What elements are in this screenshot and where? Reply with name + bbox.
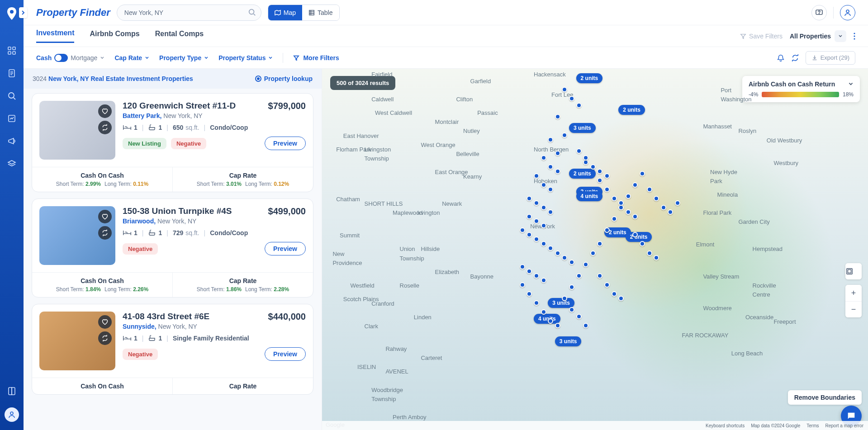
map-marker[interactable]	[555, 169, 560, 174]
map-marker[interactable]	[612, 216, 617, 222]
map-unit-pill[interactable]: 2 units	[576, 73, 603, 83]
map-marker[interactable]	[534, 273, 539, 279]
chart-icon[interactable]	[6, 113, 17, 124]
map-marker[interactable]	[541, 182, 546, 188]
zoom-in-button[interactable]: +	[845, 285, 862, 301]
map-legend[interactable]: Airbnb Cash on Cash Return -4%18%	[742, 76, 860, 102]
map-marker[interactable]	[604, 282, 610, 288]
map-marker[interactable]	[604, 187, 610, 192]
search-icon[interactable]	[6, 90, 17, 101]
tab-rental-comps[interactable]: Rental Comps	[155, 30, 204, 43]
map-marker[interactable]	[569, 260, 574, 265]
map-marker[interactable]	[576, 314, 582, 319]
map-layers-button[interactable]	[845, 263, 862, 279]
map-marker[interactable]	[612, 196, 617, 201]
map-marker[interactable]	[654, 255, 659, 260]
map-marker[interactable]	[618, 296, 624, 301]
bell-icon[interactable]	[777, 54, 785, 62]
map-marker[interactable]	[541, 309, 546, 315]
map-marker[interactable]	[555, 323, 560, 328]
map-unit-pill[interactable]: 4 units	[534, 314, 560, 324]
export-button[interactable]: Export (29)	[806, 51, 855, 65]
map-marker[interactable]	[541, 155, 546, 161]
preview-button[interactable]: Preview	[265, 137, 306, 150]
toggle-icon[interactable]	[54, 54, 68, 62]
report-error-link[interactable]: Report a map error	[825, 423, 863, 428]
save-filters-button[interactable]: Save Filters	[740, 33, 783, 40]
map-marker[interactable]	[569, 284, 574, 290]
map-marker[interactable]	[562, 132, 567, 138]
map-marker[interactable]	[541, 223, 546, 228]
layers-icon[interactable]	[6, 158, 17, 169]
zoom-out-button[interactable]: −	[845, 301, 862, 317]
favorite-button[interactable]	[98, 210, 112, 223]
map-marker[interactable]	[612, 291, 617, 297]
map-unit-pill[interactable]: 3 units	[548, 298, 574, 308]
map-marker[interactable]	[661, 205, 666, 210]
all-properties-dropdown[interactable]: All Properties	[790, 30, 846, 42]
tab-investment[interactable]: Investment	[36, 29, 74, 43]
map-view-button[interactable]: Map	[268, 5, 302, 20]
map-marker[interactable]	[597, 273, 602, 279]
favorite-button[interactable]	[98, 315, 112, 329]
terms-link[interactable]: Terms	[806, 423, 819, 428]
more-menu-button[interactable]	[854, 33, 855, 40]
map-unit-pill[interactable]: 2 units	[618, 105, 645, 115]
map-marker[interactable]	[555, 151, 560, 156]
property-card[interactable]: 120 Greenwich Street #11-D $799,000 Batt…	[32, 93, 313, 192]
map-unit-pill[interactable]: 3 units	[555, 336, 582, 346]
sync-icon[interactable]	[791, 54, 799, 62]
map-unit-pill[interactable]: 2 units	[626, 232, 652, 242]
property-thumbnail[interactable]	[39, 206, 115, 265]
property-lookup-button[interactable]: Property lookup	[255, 75, 313, 82]
property-thumbnail[interactable]	[39, 101, 115, 160]
map-unit-pill[interactable]: 2 units	[569, 169, 596, 179]
map-marker[interactable]	[520, 282, 525, 288]
more-filters-button[interactable]: More Filters	[293, 54, 339, 61]
tab-airbnb-comps[interactable]: Airbnb Comps	[90, 30, 139, 43]
search-icon[interactable]	[248, 8, 256, 16]
map-marker[interactable]	[675, 200, 680, 206]
preview-button[interactable]: Preview	[265, 242, 306, 255]
table-view-button[interactable]: Table	[302, 5, 339, 20]
megaphone-icon[interactable]	[6, 136, 17, 146]
map-marker[interactable]	[541, 205, 546, 210]
map-marker[interactable]	[576, 103, 582, 108]
book-icon[interactable]	[6, 386, 17, 397]
account-button[interactable]	[840, 5, 855, 20]
map-marker[interactable]	[534, 200, 539, 206]
map-unit-pill[interactable]: 3 units	[569, 123, 596, 133]
map-marker[interactable]	[590, 164, 596, 170]
grid-icon[interactable]	[6, 45, 17, 56]
map-marker[interactable]	[604, 173, 610, 179]
map-marker[interactable]	[576, 273, 582, 279]
user-avatar-button[interactable]	[5, 407, 19, 422]
cash-mortgage-toggle[interactable]: Cash Mortgage	[36, 54, 104, 62]
keyboard-shortcuts-link[interactable]: Keyboard shortcuts	[706, 423, 745, 428]
help-button[interactable]	[811, 5, 827, 20]
map-marker[interactable]	[534, 173, 539, 179]
location-search-input[interactable]	[117, 5, 261, 21]
map-marker[interactable]	[626, 209, 631, 215]
map-marker[interactable]	[548, 137, 553, 142]
property-thumbnail[interactable]	[39, 312, 115, 370]
map-marker[interactable]	[555, 250, 560, 256]
document-icon[interactable]	[6, 68, 17, 79]
property-card[interactable]: 150-38 Union Turnpike #4S $499,000 Briar…	[32, 198, 313, 298]
property-type-filter[interactable]: Property Type	[159, 54, 209, 61]
map-marker[interactable]	[583, 262, 588, 267]
map-marker[interactable]	[576, 148, 582, 154]
map-marker[interactable]	[626, 194, 631, 199]
map-marker[interactable]	[548, 164, 553, 170]
map-marker[interactable]	[647, 250, 652, 256]
compare-button[interactable]	[98, 331, 112, 345]
map-marker[interactable]	[541, 278, 546, 283]
map-marker[interactable]	[590, 250, 596, 256]
compare-button[interactable]	[98, 121, 112, 134]
map-marker[interactable]	[583, 155, 588, 161]
map-marker[interactable]	[534, 300, 539, 306]
remove-boundaries-button[interactable]: Remove Boundaries	[788, 390, 862, 405]
compare-button[interactable]	[98, 226, 112, 240]
preview-button[interactable]: Preview	[265, 347, 306, 361]
map-marker[interactable]	[640, 171, 645, 176]
